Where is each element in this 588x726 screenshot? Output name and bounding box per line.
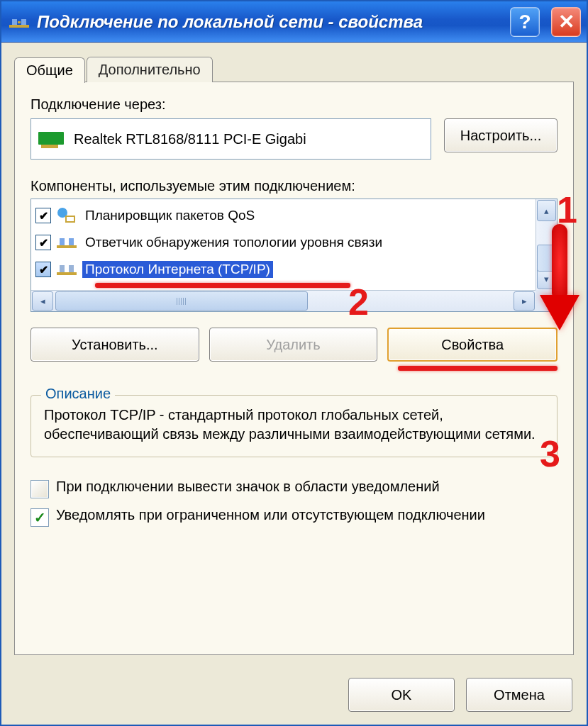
list-item[interactable]: ✔ Ответчик обнаружения топологии уровня … — [31, 229, 536, 256]
option-notify-limited[interactable]: Уведомлять при ограниченном или отсутств… — [30, 507, 558, 527]
description-legend: Описание — [41, 386, 115, 402]
vertical-scrollbar[interactable]: ▴ ▾ — [536, 199, 557, 290]
svg-rect-4 — [38, 132, 64, 145]
tab-general[interactable]: Общие — [14, 57, 85, 83]
checkbox-icon[interactable] — [30, 480, 49, 498]
dialog-client-area: Общие Дополнительно Подключение через: R… — [1, 43, 587, 665]
svg-rect-14 — [57, 272, 77, 275]
list-item-label: Планировщик пакетов QoS — [82, 207, 257, 224]
horizontal-scrollbar[interactable]: ◂ ▸ — [31, 290, 536, 311]
tab-panel-general: Подключение через: Realtek RTL8168/8111 … — [14, 82, 574, 655]
annotation-underline-3 — [398, 366, 558, 371]
svg-rect-11 — [57, 245, 77, 248]
description-text: Протокол TCP/IP - стандартный протокол г… — [44, 406, 544, 444]
list-item-selected[interactable]: ✔ Протокол Интернета (TCP/IP) — [31, 256, 536, 283]
svg-rect-3 — [18, 21, 21, 23]
dialog-button-row: OK Отмена — [1, 665, 587, 725]
window-title: Подключение по локальной сети - свойства — [37, 12, 499, 32]
svg-rect-10 — [67, 217, 74, 221]
lltd-icon — [57, 234, 77, 251]
tab-advanced[interactable]: Дополнительно — [87, 57, 213, 82]
nic-icon — [38, 129, 67, 149]
list-item[interactable]: ✔ Планировщик пакетов QoS — [31, 202, 536, 229]
components-items: ✔ Планировщик пакетов QoS ✔ Ответчик о — [31, 199, 536, 290]
checkbox-icon[interactable]: ✔ — [35, 235, 51, 250]
annotation-number-1: 1 — [557, 189, 577, 231]
adapter-field: Realtek RTL8168/8111 PCI-E Gigabi — [30, 118, 431, 160]
scroll-track[interactable] — [536, 222, 557, 267]
svg-rect-5 — [41, 145, 58, 148]
close-button[interactable]: ✕ — [551, 7, 581, 37]
titlebar[interactable]: Подключение по локальной сети - свойства… — [1, 1, 587, 43]
tcpip-icon — [57, 261, 77, 278]
connection-icon — [9, 11, 30, 33]
scroll-thumb[interactable] — [55, 291, 308, 311]
scroll-corner — [536, 290, 557, 311]
properties-button[interactable]: Свойства — [387, 328, 558, 362]
svg-rect-12 — [60, 238, 65, 245]
svg-rect-15 — [60, 265, 65, 272]
qos-icon — [57, 207, 77, 224]
list-item-label: Протокол Интернета (TCP/IP) — [82, 261, 273, 278]
checkbox-icon[interactable]: ✔ — [35, 262, 51, 277]
option-show-icon[interactable]: При подключении вывести значок в области… — [30, 479, 558, 498]
svg-rect-7 — [52, 135, 60, 140]
components-label: Компоненты, используемые этим подключени… — [30, 178, 558, 194]
install-button[interactable]: Установить... — [30, 328, 199, 362]
description-group: Описание Протокол TCP/IP - стандартный п… — [30, 395, 558, 457]
connect-via-label: Подключение через: — [30, 96, 558, 113]
components-listbox[interactable]: ✔ Планировщик пакетов QoS ✔ Ответчик о — [30, 199, 558, 312]
scroll-right-icon[interactable]: ▸ — [514, 291, 535, 311]
help-button[interactable]: ? — [510, 7, 540, 37]
svg-rect-6 — [43, 135, 48, 140]
uninstall-button: Удалить — [209, 328, 378, 362]
svg-rect-1 — [12, 19, 17, 25]
annotation-underline-2 — [95, 283, 350, 288]
adapter-name: Realtek RTL8168/8111 PCI-E Gigabi — [74, 131, 306, 147]
checkbox-icon[interactable] — [30, 508, 49, 527]
list-item-label: Ответчик обнаружения топологии уровня св… — [82, 234, 385, 251]
tabstrip: Общие Дополнительно — [14, 54, 574, 82]
checkbox-icon[interactable]: ✔ — [35, 208, 51, 223]
scroll-track[interactable] — [54, 291, 513, 311]
option-label: При подключении вывести значок в области… — [56, 479, 440, 495]
scroll-thumb[interactable] — [537, 245, 556, 272]
cancel-button[interactable]: Отмена — [466, 678, 572, 712]
scroll-up-icon[interactable]: ▴ — [537, 200, 556, 221]
scroll-left-icon[interactable]: ◂ — [32, 291, 53, 311]
properties-dialog-window: Подключение по локальной сети - свойства… — [0, 0, 588, 726]
svg-rect-13 — [69, 238, 74, 245]
svg-rect-16 — [69, 265, 74, 272]
option-label: Уведомлять при ограниченном или отсутств… — [56, 507, 485, 523]
ok-button[interactable]: OK — [348, 678, 455, 712]
svg-rect-0 — [9, 25, 29, 28]
svg-rect-2 — [21, 19, 26, 25]
configure-button[interactable]: Настроить... — [444, 118, 558, 152]
